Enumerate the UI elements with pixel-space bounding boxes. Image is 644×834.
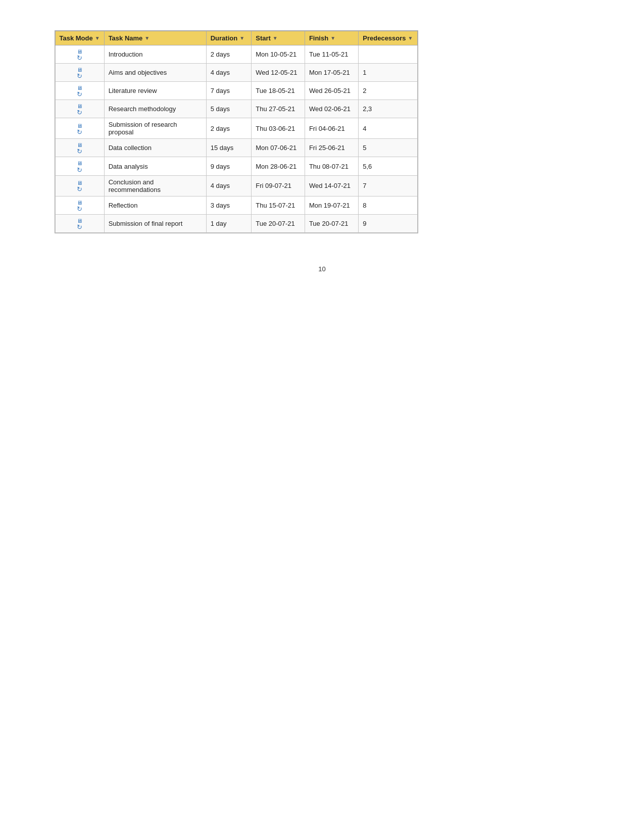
task-name-cell: Reflection (104, 196, 206, 214)
task-mode-icon: 🖥 ↻ (77, 142, 82, 155)
task-mode-icon: 🖥 ↻ (77, 160, 82, 173)
predecessors-cell: 2 (359, 82, 417, 100)
task-mode-icon-cell: 🖥 ↻ (55, 214, 104, 232)
start-cell: Wed 12-05-21 (252, 64, 305, 82)
task-name-cell: Literature review (104, 82, 206, 100)
finish-cell: Wed 26-05-21 (305, 82, 358, 100)
finish-cell: Tue 11-05-21 (305, 45, 358, 64)
task-mode-icon: 🖥 ↻ (77, 103, 82, 116)
finish-cell: Wed 14-07-21 (305, 175, 358, 196)
task-mode-icon: 🖥 ↻ (77, 218, 82, 230)
start-cell: Thu 15-07-21 (252, 196, 305, 214)
duration-cell: 4 days (206, 64, 252, 82)
duration-cell: 7 days (206, 82, 252, 100)
task-mode-icon-cell: 🖥 ↻ (55, 196, 104, 214)
task-mode-icon: 🖥 ↻ (77, 67, 82, 79)
task-mode-icon-cell: 🖥 ↻ (55, 45, 104, 64)
predecessors-cell: 5 (359, 139, 417, 157)
finish-dropdown-icon[interactable]: ▼ (330, 35, 335, 41)
table-row: 🖥 ↻ Data analysis9 daysMon 28-06-21Thu 0… (55, 157, 417, 175)
task-name-cell: Aims and objectives (104, 64, 206, 82)
task-name-cell: Research methodology (104, 100, 206, 118)
predecessors-cell: 7 (359, 175, 417, 196)
task-mode-icon-cell: 🖥 ↻ (55, 139, 104, 157)
duration-cell: 3 days (206, 196, 252, 214)
duration-cell: 2 days (206, 45, 252, 64)
predecessors-cell: 5,6 (359, 157, 417, 175)
predecessors-cell: 2,3 (359, 100, 417, 118)
start-dropdown-icon[interactable]: ▼ (273, 35, 278, 41)
task-mode-icon: 🖥 ↻ (77, 180, 82, 192)
duration-dropdown-icon[interactable]: ▼ (239, 35, 244, 41)
col-header-finish[interactable]: Finish ▼ (305, 31, 358, 45)
task-name-cell: Data analysis (104, 157, 206, 175)
task-mode-icon-cell: 🖥 ↻ (55, 64, 104, 82)
finish-cell: Wed 02-06-21 (305, 100, 358, 118)
finish-cell: Mon 17-05-21 (305, 64, 358, 82)
col-header-start[interactable]: Start ▼ (252, 31, 305, 45)
start-cell: Thu 03-06-21 (252, 118, 305, 139)
predecessors-cell: 1 (359, 64, 417, 82)
predecessors-cell: 4 (359, 118, 417, 139)
finish-cell: Tue 20-07-21 (305, 214, 358, 232)
task-name-cell: Introduction (104, 45, 206, 64)
task-mode-icon: 🖥 ↻ (77, 200, 82, 212)
duration-cell: 1 day (206, 214, 252, 232)
start-cell: Fri 09-07-21 (252, 175, 305, 196)
finish-cell: Fri 25-06-21 (305, 139, 358, 157)
table-row: 🖥 ↻ Reflection3 daysThu 15-07-21Mon 19-0… (55, 196, 417, 214)
task-mode-icon: 🖥 ↻ (77, 85, 82, 97)
task-mode-icon: 🖥 ↻ (77, 48, 82, 61)
task-mode-icon: 🖥 ↻ (77, 123, 82, 135)
duration-cell: 9 days (206, 157, 252, 175)
gantt-table: Task Mode ▼ Task Name ▼ Duration ▼ (55, 30, 418, 233)
col-header-duration[interactable]: Duration ▼ (206, 31, 252, 45)
duration-cell: 15 days (206, 139, 252, 157)
col-header-task-mode[interactable]: Task Mode ▼ (55, 31, 104, 45)
finish-cell: Mon 19-07-21 (305, 196, 358, 214)
predecessors-cell: 8 (359, 196, 417, 214)
task-mode-icon-cell: 🖥 ↻ (55, 118, 104, 139)
start-cell: Mon 10-05-21 (252, 45, 305, 64)
task-mode-icon-cell: 🖥 ↻ (55, 82, 104, 100)
table-row: 🖥 ↻ Aims and objectives4 daysWed 12-05-2… (55, 64, 417, 82)
table-row: 🖥 ↻ Research methodology5 daysThu 27-05-… (55, 100, 417, 118)
duration-cell: 2 days (206, 118, 252, 139)
table-row: 🖥 ↻ Submission of final report1 dayTue 2… (55, 214, 417, 232)
task-mode-icon-cell: 🖥 ↻ (55, 157, 104, 175)
col-header-predecessors[interactable]: Predecessors ▼ (359, 31, 417, 45)
finish-cell: Thu 08-07-21 (305, 157, 358, 175)
duration-cell: 5 days (206, 100, 252, 118)
start-cell: Mon 07-06-21 (252, 139, 305, 157)
table-row: 🖥 ↻ Data collection15 daysMon 07-06-21Fr… (55, 139, 417, 157)
table-row: 🖥 ↻ Submission of research proposal2 day… (55, 118, 417, 139)
duration-cell: 4 days (206, 175, 252, 196)
page-number: 10 (55, 265, 590, 273)
task-name-cell: Conclusion and recommendations (104, 175, 206, 196)
task-mode-icon-cell: 🖥 ↻ (55, 100, 104, 118)
table-row: 🖥 ↻ Literature review7 daysTue 18-05-21W… (55, 82, 417, 100)
task-mode-icon-cell: 🖥 ↻ (55, 175, 104, 196)
predecessors-cell (359, 45, 417, 64)
task-name-cell: Data collection (104, 139, 206, 157)
predecessors-dropdown-icon[interactable]: ▼ (408, 35, 413, 41)
table-row: 🖥 ↻ Conclusion and recommendations4 days… (55, 175, 417, 196)
start-cell: Mon 28-06-21 (252, 157, 305, 175)
col-header-task-name[interactable]: Task Name ▼ (104, 31, 206, 45)
task-mode-dropdown-icon[interactable]: ▼ (95, 35, 100, 41)
start-cell: Tue 20-07-21 (252, 214, 305, 232)
task-name-cell: Submission of research proposal (104, 118, 206, 139)
predecessors-cell: 9 (359, 214, 417, 232)
task-name-dropdown-icon[interactable]: ▼ (144, 35, 150, 41)
start-cell: Tue 18-05-21 (252, 82, 305, 100)
task-name-cell: Submission of final report (104, 214, 206, 232)
finish-cell: Fri 04-06-21 (305, 118, 358, 139)
start-cell: Thu 27-05-21 (252, 100, 305, 118)
table-row: 🖥 ↻ Introduction2 daysMon 10-05-21Tue 11… (55, 45, 417, 64)
